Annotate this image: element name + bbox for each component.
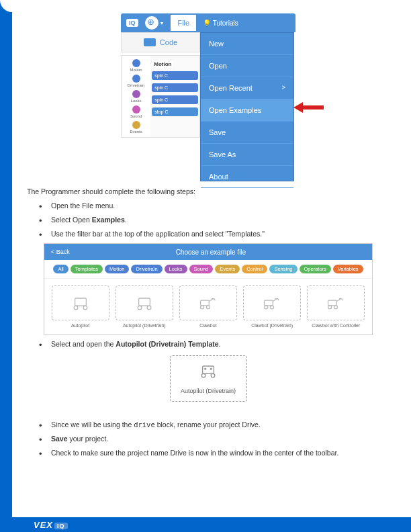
back-button[interactable]: < Back (44, 249, 77, 255)
screenshot-example-chooser: < Back Choose an example file AllTemplat… (44, 243, 373, 335)
menu-item-open-examples[interactable]: Open Examples (201, 99, 293, 122)
globe-icon[interactable] (145, 16, 158, 30)
menu-item-open-recent[interactable]: Open Recent> (201, 77, 293, 99)
filter-drivetrain[interactable]: Drivetrain (131, 265, 162, 273)
code-block[interactable]: stop C (152, 107, 198, 116)
code-tab[interactable]: Code (121, 32, 200, 52)
svg-rect-0 (75, 298, 86, 306)
motion-category-label: Motion (152, 60, 173, 68)
svg-point-4 (138, 306, 142, 310)
app-toolbar: IQ ▼ File Tutorials (121, 13, 295, 32)
screenshot-autopilot-card: Autopilot (Drivetrain) (170, 355, 247, 414)
svg-point-2 (83, 306, 87, 310)
filter-sensing[interactable]: Sensing (269, 265, 297, 273)
vex-logo: VEXIQ (34, 520, 68, 530)
menu-item-new[interactable]: New (201, 33, 293, 55)
svg-rect-17 (210, 367, 212, 369)
category-sound[interactable]: Sound (122, 104, 150, 120)
filter-variables[interactable]: Variables (333, 265, 363, 273)
code-block[interactable]: spin C (152, 83, 198, 92)
step-select-examples: Select Open Examples. (39, 215, 390, 225)
block-palette: MotionDrivetrainLooksSoundEvents Motion … (121, 55, 200, 138)
svg-point-11 (271, 306, 274, 309)
svg-rect-9 (265, 301, 273, 306)
category-looks[interactable]: Looks (122, 89, 150, 104)
svg-rect-15 (203, 366, 214, 373)
highlight-arrow-icon (293, 102, 324, 113)
file-dropdown-menu: NewOpenOpen Recent>Open ExamplesSaveSave… (200, 32, 294, 181)
code-block[interactable]: spin C (152, 95, 198, 104)
filter-operators[interactable]: Operators (300, 265, 331, 273)
step-rename-drive: Since we will be using the drive block, … (39, 420, 390, 430)
card-name: Autopilot (Drivetrain) (177, 388, 240, 394)
svg-point-7 (201, 306, 204, 309)
page-left-border (0, 0, 12, 532)
step-select-autopilot: Select and open the Autopilot (Drivetrai… (39, 339, 390, 349)
svg-rect-6 (201, 301, 210, 306)
svg-rect-16 (204, 367, 206, 369)
svg-point-8 (206, 306, 210, 309)
step-filter-templates: Use the filter bar at the top of the app… (39, 229, 390, 239)
robot-icon (177, 363, 240, 384)
step-check-name: Check to make sure the project name Driv… (39, 448, 390, 458)
svg-point-1 (74, 306, 78, 310)
footer-curve (12, 504, 411, 517)
tutorials-tab[interactable]: Tutorials (203, 19, 238, 27)
template-grid: AutopilotAutopilot (Drivetrain)ClawbotCl… (44, 279, 372, 335)
file-menu-tab[interactable]: File (171, 15, 196, 31)
category-motion[interactable]: Motion (122, 58, 150, 73)
template-card[interactable]: Autopilot (52, 285, 109, 328)
svg-point-10 (265, 306, 268, 309)
svg-point-13 (328, 306, 332, 309)
filter-templates[interactable]: Templates (71, 265, 103, 273)
category-drivetrain[interactable]: Drivetrain (122, 73, 150, 89)
menu-item-save-as[interactable]: Save As (201, 144, 293, 166)
filter-looks[interactable]: Looks (165, 265, 187, 273)
template-card[interactable]: Clawbot with Controller (307, 285, 365, 328)
autopilot-template-card[interactable]: Autopilot (Drivetrain) (170, 355, 247, 402)
step-open-file: Open the File menu. (39, 201, 390, 211)
filter-events[interactable]: Events (215, 265, 240, 273)
iq-logo: IQ (126, 19, 138, 27)
svg-point-5 (147, 306, 151, 310)
menu-item-about[interactable]: About (201, 166, 293, 188)
chevron-down-icon[interactable]: ▼ (160, 21, 165, 26)
filter-control[interactable]: Control (242, 265, 267, 273)
template-card[interactable]: Autopilot (Drivetrain) (116, 285, 173, 328)
template-card[interactable]: Clawbot (Drivetrain) (243, 285, 301, 328)
step-save: Save your project. (39, 434, 390, 444)
screenshot-file-menu: IQ ▼ File Tutorials Code MotionDrivetrai… (121, 13, 295, 181)
menu-item-save[interactable]: Save (201, 122, 293, 144)
svg-rect-12 (328, 301, 337, 306)
chooser-title: Choose an example file (77, 249, 372, 256)
intro-text: The Programmer should complete the follo… (27, 187, 390, 197)
filter-motion[interactable]: Motion (105, 265, 130, 273)
svg-rect-3 (138, 298, 150, 306)
filter-sound[interactable]: Sound (189, 265, 214, 273)
svg-point-14 (334, 306, 338, 309)
template-card[interactable]: Clawbot (179, 285, 237, 328)
filter-all[interactable]: All (53, 265, 68, 273)
menu-item-open[interactable]: Open (201, 55, 293, 77)
page-content: IQ ▼ File Tutorials Code MotionDrivetrai… (27, 13, 390, 462)
code-block[interactable]: spin C (152, 71, 198, 80)
category-events[interactable]: Events (122, 120, 150, 135)
svg-point-19 (211, 373, 215, 378)
svg-point-18 (201, 373, 205, 378)
filter-bar: AllTemplatesMotionDrivetrainLooksSoundEv… (44, 260, 372, 279)
